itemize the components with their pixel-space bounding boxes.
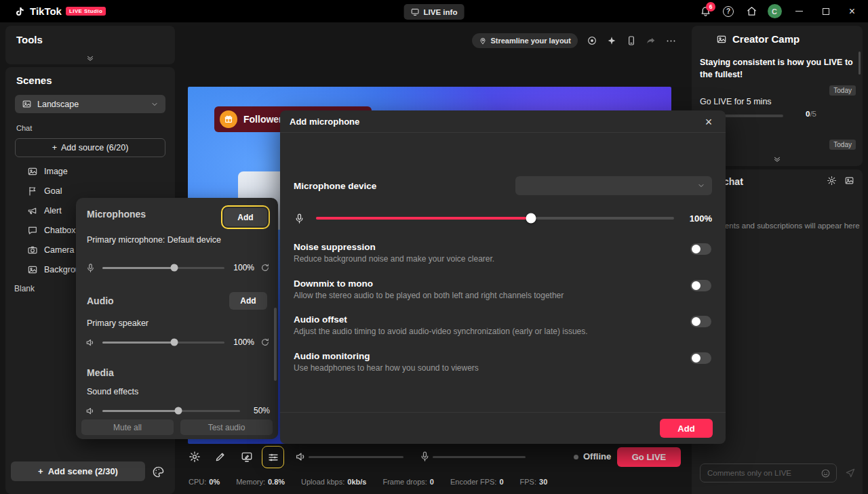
send-comment-button[interactable] <box>845 468 856 478</box>
scene-selector[interactable]: Landscape <box>15 95 165 113</box>
status-label: Offline <box>583 451 611 461</box>
speaker-icon <box>295 451 307 463</box>
modal-volume-value: 100% <box>685 213 712 224</box>
refresh-icon[interactable] <box>260 337 270 347</box>
mic-volume-slider[interactable] <box>433 456 526 458</box>
monitor-icon <box>411 7 420 16</box>
speaker-volume-slider[interactable] <box>309 456 403 458</box>
today-badge: Today <box>829 85 856 96</box>
notifications-button[interactable]: 6 <box>694 0 717 22</box>
scene-selector-value: Landscape <box>37 100 79 109</box>
mute-all-button[interactable]: Mute all <box>81 419 174 435</box>
creator-camp-title: Creator Camp <box>732 33 800 45</box>
image-icon <box>844 176 854 186</box>
mobile-view-button[interactable] <box>626 35 637 46</box>
stat-fps: FPS:30 <box>520 478 548 486</box>
display-settings-button[interactable] <box>241 451 253 463</box>
microphone-volume-row: 100% <box>85 261 270 274</box>
close-icon: × <box>849 6 855 17</box>
sound-effects-volume-slider[interactable] <box>102 410 240 412</box>
close-window-button[interactable]: × <box>839 0 865 22</box>
add-scene-button[interactable]: + Add scene (2/30) <box>11 461 145 481</box>
streamline-layout-button[interactable]: Streamline your layout <box>472 33 578 48</box>
modal-add-button[interactable]: Add <box>660 419 713 438</box>
microphone-volume-value: 100% <box>231 263 254 272</box>
media-section-title: Media <box>87 367 114 378</box>
audio-mixer-popup: Microphones Add Primary microphone: Defa… <box>76 198 278 439</box>
goal-icon <box>27 186 38 197</box>
source-item-image[interactable]: Image <box>5 161 175 181</box>
add-audio-button[interactable]: Add <box>229 292 267 310</box>
home-button[interactable] <box>740 0 763 22</box>
add-microphone-modal: Add microphone × Microphone device 100% … <box>280 110 726 444</box>
downmix-to-mono-setting: Downmix to mono Allow the stereo audio t… <box>294 279 712 310</box>
mic-icon <box>294 213 305 224</box>
setting-description: Adjust the audio timing to avoid audio-v… <box>294 327 712 336</box>
stat-memory: Memory:0.8% <box>236 478 285 486</box>
go-live-label: Go LIVE <box>632 452 667 462</box>
today-badge: Today <box>829 140 856 150</box>
share-button[interactable] <box>646 35 656 46</box>
sparkle-icon <box>606 35 617 46</box>
camp-collapse-button[interactable] <box>772 155 782 164</box>
account-button[interactable]: C <box>763 0 786 22</box>
noise-suppression-toggle[interactable] <box>690 243 711 255</box>
minimize-button[interactable] <box>786 0 812 22</box>
speaker-mute-button[interactable] <box>295 451 307 463</box>
device-select[interactable] <box>515 176 712 195</box>
add-source-button[interactable]: + Add source (6/20) <box>15 138 165 157</box>
add-scene-label: Add scene (2/30) <box>48 466 118 476</box>
source-label: Image <box>44 167 68 176</box>
modal-close-button[interactable]: × <box>700 113 717 131</box>
primary-speaker-label: Primary speaker <box>87 318 149 328</box>
speaker-volume-slider[interactable] <box>102 342 224 344</box>
mixer-scrollbar[interactable] <box>274 308 277 381</box>
notification-count-badge: 6 <box>706 2 715 12</box>
right-panel-scrollbar[interactable] <box>859 52 861 75</box>
tools-collapse-button[interactable] <box>85 54 95 63</box>
chevron-double-down-icon <box>772 155 782 164</box>
more-options-button[interactable] <box>665 35 677 47</box>
mic-mute-button[interactable] <box>419 451 431 462</box>
sound-effects-label: Sound effects <box>87 387 138 396</box>
background-icon <box>27 264 38 275</box>
smile-icon <box>821 468 831 478</box>
test-audio-button[interactable]: Test audio <box>180 419 273 435</box>
status-dot <box>574 455 578 459</box>
audio-monitoring-toggle[interactable] <box>690 352 711 364</box>
gear-icon <box>189 451 201 463</box>
emoji-button[interactable] <box>821 468 831 478</box>
chat-settings-button[interactable] <box>827 176 837 186</box>
stat-frame-drops: Frame drops:0 <box>382 478 434 486</box>
chat-media-button[interactable] <box>844 176 854 186</box>
more-dots-icon <box>665 35 677 47</box>
speaker-icon <box>85 337 96 348</box>
maximize-button[interactable] <box>812 0 839 22</box>
setting-description: Reduce background noise and make your vo… <box>294 254 712 264</box>
downmix-to-mono-toggle[interactable] <box>690 280 711 291</box>
settings-button[interactable] <box>189 451 201 463</box>
pen-icon <box>214 451 226 463</box>
titlebar-actions: 6 ? C × <box>694 0 868 22</box>
live-info-button[interactable]: LIVE info <box>404 4 465 20</box>
audio-mixer-button[interactable] <box>262 446 284 468</box>
add-microphone-button[interactable]: Add <box>224 208 267 226</box>
modal-volume-slider[interactable] <box>316 217 674 220</box>
go-live-button[interactable]: Go LIVE <box>617 447 681 467</box>
preview-toggle-button[interactable] <box>587 35 597 46</box>
help-button[interactable]: ? <box>717 0 740 22</box>
audio-offset-toggle[interactable] <box>690 316 711 327</box>
comment-input[interactable] <box>707 469 821 477</box>
chatbox-icon <box>27 225 38 236</box>
comment-input-pill[interactable] <box>700 464 837 482</box>
scene-item-blank[interactable]: Blank <box>14 284 35 293</box>
gift-icon <box>220 110 237 128</box>
edit-button[interactable] <box>214 451 226 463</box>
audio-section-title: Audio <box>87 295 114 306</box>
modal-header: Add microphone × <box>280 110 726 133</box>
theme-button[interactable] <box>149 463 167 480</box>
refresh-icon[interactable] <box>260 263 270 272</box>
effects-button[interactable] <box>606 35 617 46</box>
chevron-down-icon <box>151 100 159 108</box>
microphone-volume-slider[interactable] <box>102 267 224 269</box>
